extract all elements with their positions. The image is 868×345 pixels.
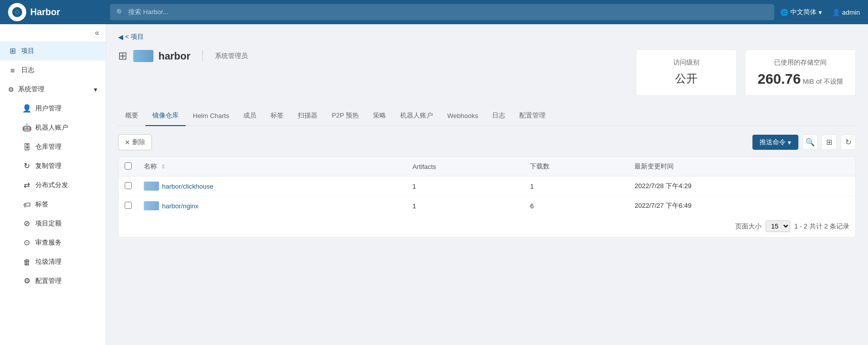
sidebar-item-warehouse-mgmt[interactable]: 🗄 仓库管理 <box>4 137 105 156</box>
storage-limit: 不设限 <box>824 77 843 86</box>
row-clickhouse-last-modified: 2022/7/28 下午4:29 <box>628 177 855 196</box>
user-menu[interactable]: 👤 admin <box>832 9 860 16</box>
project-quota-icon: ⊘ <box>22 219 31 228</box>
sidebar-item-projects[interactable]: ⊞ 项目 <box>0 41 105 61</box>
project-name: harbor <box>158 50 190 62</box>
logo-icon <box>8 3 26 21</box>
push-label: 推送命令 <box>760 138 786 147</box>
sidebar-item-audit-service[interactable]: ⊙ 审查服务 <box>4 233 105 252</box>
tab-policy[interactable]: 策略 <box>366 106 393 126</box>
sidebar-collapse-button[interactable]: « <box>0 24 105 41</box>
sidebar-item-project-quota[interactable]: ⊘ 项目定额 <box>4 214 105 233</box>
system-admin-icon: ⚙ <box>8 86 14 93</box>
refresh-icon: ↻ <box>845 138 852 147</box>
row-nginx-select <box>119 196 138 216</box>
breadcrumb[interactable]: ◀ < 项目 <box>118 32 856 41</box>
th-select <box>119 157 138 177</box>
tab-members[interactable]: 成员 <box>236 106 263 126</box>
sidebar-item-warehouse-mgmt-label: 仓库管理 <box>35 142 62 151</box>
row-clickhouse-checkbox[interactable] <box>125 182 132 189</box>
logs-icon: ≡ <box>8 66 17 75</box>
sidebar-item-audit-service-label: 审查服务 <box>35 238 62 247</box>
sidebar-item-distribute[interactable]: ⇄ 分布式分发 <box>4 176 105 195</box>
repositories-table: 名称 ⇕ Artifacts 下载数 最新变更时间 <box>118 156 856 238</box>
sidebar-item-config-mgmt-label: 配置管理 <box>35 276 62 285</box>
breadcrumb-label: < 项目 <box>125 32 144 41</box>
sidebar-item-trash-clear-label: 垃圾清理 <box>35 257 62 266</box>
tab-logs[interactable]: 日志 <box>485 106 512 126</box>
tab-scanner[interactable]: 扫描器 <box>291 106 324 126</box>
search-button[interactable]: 🔍 <box>802 135 818 150</box>
delete-button[interactable]: ✕ 删除 <box>118 134 152 150</box>
repo-nginx-img <box>144 201 159 210</box>
sidebar-item-replicate-mgmt[interactable]: ↻ 复制管理 <box>4 156 105 176</box>
table: 名称 ⇕ Artifacts 下载数 最新变更时间 <box>119 157 855 215</box>
tab-p2p[interactable]: P2P 预热 <box>324 106 366 126</box>
select-all-checkbox[interactable] <box>125 162 132 169</box>
push-chevron: ▾ <box>788 139 791 146</box>
grid-icon: ⊞ <box>826 138 833 147</box>
project-name-area: harbor <box>133 50 190 62</box>
sidebar-item-logs[interactable]: ≡ 日志 <box>0 61 105 80</box>
row-clickhouse-name: harbor/clickhouse <box>138 177 406 196</box>
table-header-row: 名称 ⇕ Artifacts 下载数 最新变更时间 <box>119 157 855 177</box>
repo-nginx-label: harbor/nginx <box>162 202 198 210</box>
svg-point-1 <box>16 11 19 14</box>
sidebar-item-trash-clear[interactable]: 🗑 垃圾清理 <box>4 252 105 271</box>
tab-tags[interactable]: 标签 <box>263 106 291 126</box>
grid-view-button[interactable]: ⊞ <box>822 135 837 150</box>
sidebar-item-replicate-mgmt-label: 复制管理 <box>35 161 62 170</box>
tab-robot[interactable]: 机器人账户 <box>393 106 440 126</box>
project-divider <box>202 50 203 62</box>
toolbar-right: 推送命令 ▾ 🔍 ⊞ ↻ <box>752 135 856 150</box>
user-label: admin <box>842 9 860 16</box>
tags-icon: 🏷 <box>22 200 31 209</box>
language-selector[interactable]: 🌐 中文简体 ▾ <box>780 8 822 17</box>
th-artifacts: Artifacts <box>406 157 524 177</box>
row-clickhouse-downloads: 1 <box>524 177 628 196</box>
tab-overview[interactable]: 概要 <box>118 106 145 126</box>
sidebar-item-distribute-label: 分布式分发 <box>35 181 68 190</box>
row-nginx-downloads: 6 <box>524 196 628 216</box>
user-icon: 👤 <box>832 9 840 16</box>
back-arrow-icon: ◀ <box>118 33 123 41</box>
projects-icon: ⊞ <box>8 46 17 55</box>
sidebar-group-system-admin-header[interactable]: ⚙ 系统管理 ▾ <box>0 80 105 99</box>
sidebar-item-robot-accounts[interactable]: 🤖 机器人账户 <box>4 118 105 137</box>
col-artifacts-label: Artifacts <box>412 163 436 170</box>
sidebar-item-tags[interactable]: 🏷 标签 <box>4 195 105 214</box>
sidebar-item-user-mgmt[interactable]: 👤 用户管理 <box>4 99 105 118</box>
stat-card-storage: 已使用的存储空间 260.76 MiB of 不设限 <box>745 49 856 96</box>
th-last-modified: 最新变更时间 <box>628 157 855 177</box>
replicate-mgmt-icon: ↻ <box>22 161 31 170</box>
push-command-button[interactable]: 推送命令 ▾ <box>752 135 798 150</box>
repo-clickhouse-img <box>144 182 159 191</box>
row-clickhouse-select <box>119 177 138 196</box>
storage-value: 260.76 <box>757 71 801 87</box>
repo-nginx-link[interactable]: harbor/nginx <box>144 201 400 210</box>
access-level-value: 公开 <box>648 71 724 86</box>
toolbar: ✕ 删除 推送命令 ▾ 🔍 ⊞ ↻ <box>118 134 856 150</box>
row-nginx-checkbox[interactable] <box>125 202 132 209</box>
tab-helm-charts[interactable]: Helm Charts <box>186 107 236 126</box>
sidebar-item-config-mgmt[interactable]: ⚙ 配置管理 <box>4 271 105 291</box>
refresh-button[interactable]: ↻ <box>841 135 856 150</box>
tab-config[interactable]: 配置管理 <box>512 106 553 126</box>
search-icon: 🔍 <box>805 138 815 147</box>
sidebar-item-projects-label: 项目 <box>21 46 34 55</box>
sidebar-group-system-admin-left: ⚙ 系统管理 <box>8 85 44 94</box>
th-downloads: 下载数 <box>524 157 628 177</box>
tab-webhooks[interactable]: Webhooks <box>440 107 485 126</box>
repo-clickhouse-link[interactable]: harbor/clickhouse <box>144 182 400 191</box>
repo-clickhouse-label: harbor/clickhouse <box>162 183 213 190</box>
tab-image-repo[interactable]: 镜像仓库 <box>145 106 186 126</box>
delete-label: 删除 <box>132 138 145 147</box>
search-bar[interactable]: 🔍 搜索 Harbor... <box>110 4 774 20</box>
col-last-modified-label: 最新变更时间 <box>634 162 674 170</box>
stats-cards: 访问级别 公开 已使用的存储空间 260.76 MiB of 不设限 <box>636 49 856 96</box>
audit-service-icon: ⊙ <box>22 238 31 247</box>
project-tag-image <box>133 50 153 62</box>
page-size-select[interactable]: 15 25 50 <box>766 220 790 232</box>
table-row: harbor/nginx 1 6 2022/7/27 下午6:49 <box>119 196 855 216</box>
layout: « ⊞ 项目 ≡ 日志 ⚙ 系统管理 ▾ 👤 用户管理 <box>0 24 868 345</box>
